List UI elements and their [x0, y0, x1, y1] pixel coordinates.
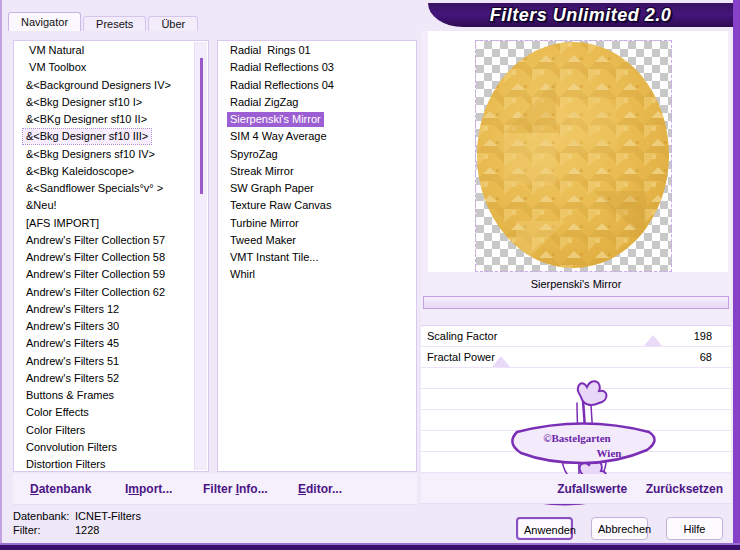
category-label: Buttons & Frames: [23, 388, 117, 403]
category-list-item[interactable]: Distortion Filters: [14, 456, 195, 471]
category-list-item[interactable]: VM Toolbox: [14, 59, 195, 76]
category-list-item[interactable]: &Neu!: [14, 197, 195, 214]
category-list-item[interactable]: Andrew's Filters 30: [14, 318, 195, 335]
category-list-item[interactable]: VM Natural: [14, 42, 195, 59]
filter-list-item[interactable]: Tweed Maker: [218, 232, 416, 249]
filter-list-item[interactable]: Turbine Mirror: [218, 215, 416, 232]
toolbar-button-text: nfo...: [239, 482, 268, 496]
filter-list-item[interactable]: Streak Mirror: [218, 163, 416, 180]
parameter-slider-row[interactable]: [421, 431, 731, 452]
status-area: Datenbank: ICNET-Filters Filter: 1228: [13, 509, 141, 537]
category-label: [AFS IMPORT]: [23, 216, 102, 231]
filter-label: Streak Mirror: [227, 164, 297, 179]
category-list-item[interactable]: Andrew's Filter Collection 59: [14, 266, 195, 283]
toolbar-button[interactable]: Import...: [125, 474, 172, 504]
category-list-item[interactable]: Andrew's Filters 12: [14, 301, 195, 318]
tab[interactable]: Über: [148, 16, 198, 31]
toolbar-button[interactable]: Zurücksetzen: [646, 474, 723, 504]
preview-fractal-oval: [476, 41, 671, 271]
category-list-item[interactable]: Andrew's Filter Collection 58: [14, 249, 195, 266]
action-button[interactable]: Hilfe: [666, 517, 723, 540]
filter-label: SpyroZag: [227, 147, 281, 162]
filter-list-item[interactable]: VMT Instant Tile...: [218, 249, 416, 266]
parameter-slider-row[interactable]: Scaling Factor 198: [421, 326, 731, 347]
filter-list-item[interactable]: SIM 4 Way Average: [218, 128, 416, 145]
toolbar-button[interactable]: Filter Info...: [203, 474, 268, 504]
filter-list-item[interactable]: Radial ZigZag: [218, 94, 416, 111]
category-label: Color Filters: [23, 423, 88, 438]
slider-thumb-scaling-factor[interactable]: [644, 335, 662, 346]
category-label: Color Effects: [23, 405, 92, 420]
category-label: Andrew's Filter Collection 62: [23, 285, 168, 300]
progress-bar: [423, 296, 729, 309]
selected-filter-caption: Sierpenski's Mirror: [421, 272, 731, 296]
category-list-item[interactable]: Convolution Filters: [14, 439, 195, 456]
toolbar-button[interactable]: Datenbank: [30, 474, 91, 504]
category-list-item[interactable]: &<Bkg Designers sf10 IV>: [14, 146, 195, 163]
status-row: Filter: 1228: [13, 523, 141, 537]
category-list-item[interactable]: &<Bkg Kaleidoscope>: [14, 163, 195, 180]
action-button[interactable]: Anwenden: [516, 517, 573, 540]
preview-column: Sierpenski's Mirror Scaling Factor 198 F…: [421, 31, 731, 504]
filter-list-item[interactable]: Sierpenski's Mirror: [218, 111, 416, 128]
toolbar-button[interactable]: Zufallswerte: [557, 474, 627, 504]
filter-list-item[interactable]: SW Graph Paper: [218, 180, 416, 197]
category-scrollbar-thumb[interactable]: [200, 58, 203, 194]
action-button[interactable]: Abbrechen: [591, 517, 648, 540]
parameter-slider-row[interactable]: [421, 410, 731, 431]
toolbar-button-text: Filter: [203, 482, 236, 496]
category-list-panel: VM Natural VM Toolbox &<Background Desig…: [13, 40, 209, 472]
category-list-item[interactable]: &<BKg Designer sf10 II>: [14, 111, 195, 128]
parameter-slider-row[interactable]: [421, 368, 731, 389]
title-bar: Filters Unlimited 2.0: [428, 3, 733, 27]
category-list-item[interactable]: &<Bkg Designer sf10 I>: [14, 94, 195, 111]
category-list-item[interactable]: Andrew's Filter Collection 62: [14, 284, 195, 301]
status-label: Datenbank:: [13, 509, 75, 523]
filter-list-item[interactable]: Radial Reflections 03: [218, 59, 416, 76]
filter-list-item[interactable]: Radial Reflections 04: [218, 77, 416, 94]
category-label: Andrew's Filters 45: [23, 336, 122, 351]
parameter-slider-row[interactable]: Fractal Power 68: [421, 347, 731, 368]
category-label: Andrew's Filter Collection 57: [23, 233, 168, 248]
category-list-item[interactable]: Andrew's Filters 45: [14, 335, 195, 352]
parameter-name: Fractal Power: [427, 347, 495, 367]
category-list-item[interactable]: &<Background Designers IV>: [14, 77, 195, 94]
category-list-item[interactable]: &<Sandflower Specials°v° >: [14, 180, 195, 197]
category-list-item[interactable]: Andrew's Filters 51: [14, 353, 195, 370]
category-label: Convolution Filters: [23, 440, 120, 455]
category-list-item[interactable]: Color Filters: [14, 422, 195, 439]
filter-list-item[interactable]: Radial Rings 01: [218, 42, 416, 59]
filter-list-item[interactable]: Texture Raw Canvas: [218, 197, 416, 214]
toolbar-button-accesskey: E: [298, 482, 306, 496]
window-border-bottom: [0, 545, 740, 550]
preview-canvas[interactable]: [475, 40, 672, 272]
tab[interactable]: Navigator: [8, 12, 81, 31]
status-value: 1228: [75, 523, 141, 537]
category-list-item[interactable]: Color Effects: [14, 404, 195, 421]
category-list-item[interactable]: Andrew's Filters 52: [14, 370, 195, 387]
filter-label: SW Graph Paper: [227, 181, 317, 196]
category-list-item[interactable]: Buttons & Frames: [14, 387, 195, 404]
toolbar-button[interactable]: Editor...: [298, 474, 342, 504]
toolbar-button-text: port...: [139, 482, 172, 496]
filter-label: Radial ZigZag: [227, 95, 301, 110]
category-list-item[interactable]: &<Bkg Designer sf10 III>: [14, 128, 195, 145]
preview-box: [428, 31, 728, 272]
category-label: Andrew's Filter Collection 59: [23, 267, 168, 282]
filter-label: Sierpenski's Mirror: [227, 112, 324, 127]
filter-list-item[interactable]: SpyroZag: [218, 146, 416, 163]
toolbar-right: Zufallswerte Zurücksetzen: [421, 474, 731, 504]
category-list-item[interactable]: Andrew's Filter Collection 57: [14, 232, 195, 249]
category-label: &<Bkg Designers sf10 IV>: [23, 147, 158, 162]
tab[interactable]: Presets: [83, 16, 146, 31]
category-list-item[interactable]: [AFS IMPORT]: [14, 215, 195, 232]
category-label: Andrew's Filter Collection 58: [23, 250, 168, 265]
status-value: ICNET-Filters: [75, 509, 141, 523]
category-label: VM Natural: [23, 43, 87, 58]
category-label: &<Bkg Designer sf10 III>: [23, 129, 151, 144]
parameter-slider-row[interactable]: [421, 452, 731, 473]
parameter-slider-row[interactable]: [421, 389, 731, 410]
slider-thumb-fractal-power[interactable]: [492, 356, 510, 367]
filter-list-item[interactable]: Whirl: [218, 266, 416, 283]
category-scrollbar[interactable]: [194, 42, 207, 470]
